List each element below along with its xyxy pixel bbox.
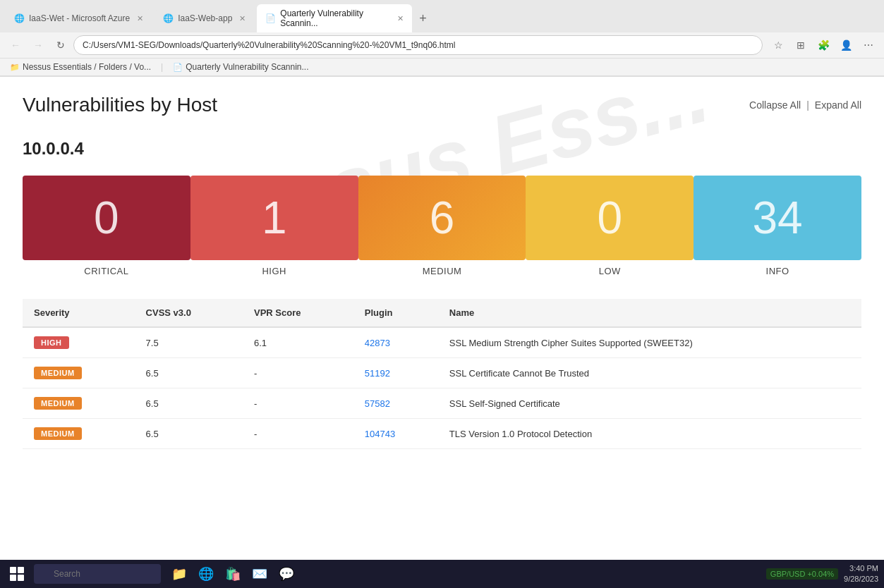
taskbar-app-edge[interactable]: 🌐 [193, 561, 219, 570]
tab-azure1[interactable]: 🌐 IaaS-Wet - Microsoft Azure ✕ [6, 9, 152, 27]
score-cards: 0 CRITICAL 1 HIGH 6 MEDIUM 0 L [23, 176, 861, 276]
plugin-link-1[interactable]: 51192 [365, 368, 390, 379]
bookmark-icon-nessus: 📁 [10, 63, 20, 72]
search-container: 🔍 [34, 564, 161, 570]
extensions-icon[interactable]: 🧩 [813, 35, 833, 55]
tab-label-quarterly: Quarterly Vulnerability Scannin... [280, 8, 390, 28]
tab-webapp[interactable]: 🌐 IaaS-Web-app ✕ [155, 9, 254, 27]
score-critical-number: 0 [94, 192, 119, 244]
taskbar-time-value: 3:40 PM [844, 563, 878, 570]
table-row: MEDIUM 6.5 - 51192 SSL Certificate Canno… [23, 358, 861, 388]
collections-icon[interactable]: ⊞ [791, 35, 811, 55]
tab-icon-quarterly: 📄 [265, 13, 276, 23]
score-high-number: 1 [262, 192, 287, 244]
vuln-table: Severity CVSS v3.0 VPR Score Plugin Name… [23, 299, 861, 449]
profile-icon[interactable]: 👤 [836, 35, 856, 55]
severity-badge-0: HIGH [34, 336, 69, 349]
back-button[interactable]: ← [6, 35, 25, 55]
severity-badge-3: MEDIUM [34, 427, 82, 440]
tab-close-quarterly[interactable]: ✕ [397, 14, 404, 23]
plugin-link-0[interactable]: 42873 [365, 338, 390, 348]
score-card-critical: 0 CRITICAL [23, 176, 190, 276]
cell-cvss-0: 7.5 [135, 327, 243, 358]
action-separator: | [806, 99, 809, 111]
nav-bar: ← → ↻ ☆ ⊞ 🧩 👤 ⋯ [0, 32, 884, 59]
cell-severity-1: MEDIUM [23, 358, 135, 388]
plugin-link-2[interactable]: 57582 [365, 398, 390, 409]
cell-plugin-1[interactable]: 51192 [353, 358, 438, 388]
cell-vpr-3: - [243, 419, 353, 449]
tab-icon-azure1: 🌐 [14, 13, 25, 23]
host-section: 10.0.0.4 0 CRITICAL 1 HIGH 6 MEDIUM [23, 139, 861, 449]
browser-chrome: 🌐 IaaS-Wet - Microsoft Azure ✕ 🌐 IaaS-We… [0, 0, 884, 77]
page-header: Vulnerabilities by Host Collapse All | E… [23, 94, 861, 116]
score-card-box-info: 34 [694, 176, 861, 260]
star-icon[interactable]: ☆ [768, 35, 788, 55]
cell-name-2: SSL Self-Signed Certificate [438, 388, 861, 419]
taskbar-app-file-explorer[interactable]: 📁 [166, 561, 192, 570]
windows-icon [10, 567, 24, 570]
tab-icon-webapp: 🌐 [163, 13, 174, 23]
cell-severity-2: MEDIUM [23, 388, 135, 419]
bookmark-quarterly[interactable]: 📄 Quarterly Vulnerability Scannin... [169, 61, 313, 73]
severity-badge-1: MEDIUM [34, 367, 82, 379]
score-card-box-low: 0 [526, 176, 694, 260]
taskbar: 🔍 📁 🌐 🛍️ ✉️ 💬 GBP/USD +0.04% 3:40 PM 9/2… [0, 560, 884, 570]
tab-label-azure1: IaaS-Wet - Microsoft Azure [29, 13, 130, 23]
cell-plugin-3[interactable]: 104743 [353, 419, 438, 449]
cell-name-1: SSL Certificate Cannot Be Trusted [438, 358, 861, 388]
bookmark-nessus[interactable]: 📁 Nessus Essentials / Folders / Vo... [6, 61, 155, 73]
start-button[interactable] [6, 563, 28, 570]
table-header-row: Severity CVSS v3.0 VPR Score Plugin Name [23, 299, 861, 327]
page-title: Vulnerabilities by Host [23, 94, 217, 116]
score-low-number: 0 [597, 192, 622, 244]
score-card-box-critical: 0 [23, 176, 190, 260]
taskbar-search-input[interactable] [34, 564, 161, 570]
cell-vpr-1: - [243, 358, 353, 388]
collapse-all-link[interactable]: Collapse All [749, 99, 801, 111]
table-row: HIGH 7.5 6.1 42873 SSL Medium Strength C… [23, 327, 861, 358]
taskbar-apps: 📁 🌐 🛍️ ✉️ 💬 [166, 561, 766, 570]
score-medium-label: MEDIUM [423, 266, 462, 276]
score-critical-label: CRITICAL [84, 266, 128, 276]
new-tab-button[interactable]: + [415, 11, 431, 26]
table-header: Severity CVSS v3.0 VPR Score Plugin Name [23, 299, 861, 327]
taskbar-right: GBP/USD +0.04% 3:40 PM 9/28/2023 [766, 563, 878, 570]
col-vpr: VPR Score [243, 299, 353, 327]
menu-icon[interactable]: ⋯ [859, 35, 878, 55]
col-cvss: CVSS v3.0 [135, 299, 243, 327]
cell-plugin-0[interactable]: 42873 [353, 327, 438, 358]
bookmark-separator: | [161, 62, 163, 72]
tab-quarterly[interactable]: 📄 Quarterly Vulnerability Scannin... ✕ [257, 4, 412, 32]
score-card-box-high: 1 [190, 176, 358, 260]
cell-severity-3: MEDIUM [23, 419, 135, 449]
score-card-info: 34 INFO [694, 176, 861, 276]
score-medium-number: 6 [430, 192, 455, 244]
score-card-box-medium: 6 [358, 176, 526, 260]
score-card-medium: 6 MEDIUM [358, 176, 526, 276]
taskbar-clock: 3:40 PM 9/28/2023 [844, 563, 878, 570]
taskbar-app-store[interactable]: 🛍️ [220, 561, 246, 570]
tab-close-webapp[interactable]: ✕ [239, 14, 246, 23]
bookmarks-bar: 📁 Nessus Essentials / Folders / Vo... | … [0, 59, 884, 76]
score-low-label: LOW [599, 266, 621, 276]
score-high-label: HIGH [262, 266, 286, 276]
col-severity: Severity [23, 299, 135, 327]
taskbar-app-mail[interactable]: ✉️ [247, 561, 272, 570]
cell-cvss-3: 6.5 [135, 419, 243, 449]
forward-button[interactable]: → [28, 35, 48, 55]
address-bar[interactable] [73, 35, 763, 55]
expand-all-link[interactable]: Expand All [815, 99, 861, 111]
plugin-link-3[interactable]: 104743 [365, 429, 395, 439]
taskbar-app-teams[interactable]: 💬 [274, 561, 299, 570]
cell-plugin-2[interactable]: 57582 [353, 388, 438, 419]
tab-close-azure1[interactable]: ✕ [137, 14, 143, 23]
cell-name-0: SSL Medium Strength Cipher Suites Suppor… [438, 327, 861, 358]
cell-vpr-2: - [243, 388, 353, 419]
nav-icons: ☆ ⊞ 🧩 👤 ⋯ [768, 35, 878, 55]
score-info-number: 34 [752, 192, 802, 244]
refresh-button[interactable]: ↻ [51, 35, 71, 55]
header-actions: Collapse All | Expand All [749, 99, 861, 111]
bookmark-icon-quarterly: 📄 [173, 63, 183, 72]
page-content: Nessus Ess... Vulnerabilities by Host Co… [0, 77, 884, 570]
